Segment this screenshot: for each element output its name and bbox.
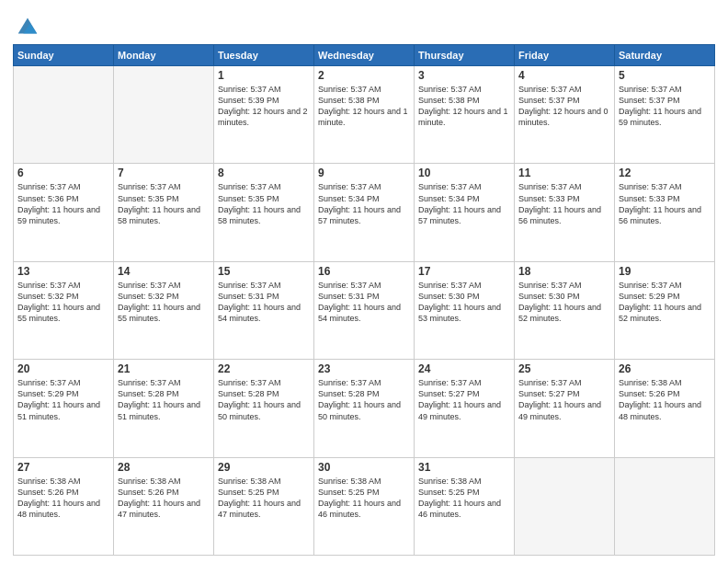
day-cell: 9Sunrise: 5:37 AMSunset: 5:34 PMDaylight… [314,164,415,261]
day-info: Sunrise: 5:37 AMSunset: 5:35 PMDaylight:… [118,181,210,226]
day-info: Sunrise: 5:37 AMSunset: 5:27 PMDaylight:… [518,377,610,422]
day-info: Sunrise: 5:37 AMSunset: 5:37 PMDaylight:… [619,84,711,129]
day-number: 26 [619,362,711,375]
day-info: Sunrise: 5:37 AMSunset: 5:27 PMDaylight:… [418,377,510,422]
day-info: Sunrise: 5:38 AMSunset: 5:25 PMDaylight:… [418,476,510,521]
day-cell: 27Sunrise: 5:38 AMSunset: 5:26 PMDayligh… [14,457,114,555]
day-info: Sunrise: 5:37 AMSunset: 5:32 PMDaylight:… [17,280,109,325]
day-info: Sunrise: 5:37 AMSunset: 5:28 PMDaylight:… [218,377,310,422]
day-number: 20 [17,362,109,375]
day-cell [14,66,114,164]
day-cell: 7Sunrise: 5:37 AMSunset: 5:35 PMDaylight… [114,164,214,261]
day-number: 19 [619,265,711,278]
day-number: 18 [518,265,610,278]
day-number: 6 [17,167,109,179]
day-cell [114,66,214,164]
day-cell: 24Sunrise: 5:37 AMSunset: 5:27 PMDayligh… [415,360,515,457]
day-info: Sunrise: 5:37 AMSunset: 5:29 PMDaylight:… [619,280,711,325]
day-info: Sunrise: 5:37 AMSunset: 5:36 PMDaylight:… [17,181,109,226]
day-cell: 16Sunrise: 5:37 AMSunset: 5:31 PMDayligh… [314,261,415,359]
day-cell: 21Sunrise: 5:37 AMSunset: 5:28 PMDayligh… [114,360,214,457]
day-info: Sunrise: 5:37 AMSunset: 5:31 PMDaylight:… [318,280,410,325]
day-cell: 19Sunrise: 5:37 AMSunset: 5:29 PMDayligh… [615,261,715,359]
page: SundayMondayTuesdayWednesdayThursdayFrid… [0,0,728,563]
day-cell: 20Sunrise: 5:37 AMSunset: 5:29 PMDayligh… [14,360,114,457]
week-row-4: 20Sunrise: 5:37 AMSunset: 5:29 PMDayligh… [14,360,715,457]
day-info: Sunrise: 5:37 AMSunset: 5:33 PMDaylight:… [518,181,610,226]
day-cell: 5Sunrise: 5:37 AMSunset: 5:37 PMDaylight… [615,66,715,164]
day-info: Sunrise: 5:37 AMSunset: 5:37 PMDaylight:… [518,84,610,129]
column-header-saturday: Saturday [615,45,715,66]
day-cell: 25Sunrise: 5:37 AMSunset: 5:27 PMDayligh… [515,360,615,457]
day-cell: 17Sunrise: 5:37 AMSunset: 5:30 PMDayligh… [415,261,515,359]
day-info: Sunrise: 5:37 AMSunset: 5:34 PMDaylight:… [318,181,410,226]
day-number: 28 [118,461,210,474]
day-cell: 26Sunrise: 5:38 AMSunset: 5:26 PMDayligh… [615,360,715,457]
column-header-thursday: Thursday [415,45,515,66]
day-number: 1 [218,69,310,82]
day-number: 11 [518,167,610,179]
column-header-sunday: Sunday [14,45,114,66]
day-info: Sunrise: 5:38 AMSunset: 5:26 PMDaylight:… [619,377,711,422]
day-number: 31 [418,461,510,474]
day-info: Sunrise: 5:37 AMSunset: 5:28 PMDaylight:… [318,377,410,422]
week-row-1: 1Sunrise: 5:37 AMSunset: 5:39 PMDaylight… [14,66,715,164]
day-info: Sunrise: 5:37 AMSunset: 5:33 PMDaylight:… [619,181,711,226]
day-number: 3 [418,69,510,82]
day-info: Sunrise: 5:37 AMSunset: 5:28 PMDaylight:… [118,377,210,422]
day-number: 16 [318,265,410,278]
day-info: Sunrise: 5:37 AMSunset: 5:31 PMDaylight:… [218,280,310,325]
week-row-2: 6Sunrise: 5:37 AMSunset: 5:36 PMDaylight… [14,164,715,261]
day-cell: 31Sunrise: 5:38 AMSunset: 5:25 PMDayligh… [415,457,515,555]
column-header-friday: Friday [515,45,615,66]
day-info: Sunrise: 5:37 AMSunset: 5:38 PMDaylight:… [318,84,410,129]
day-number: 15 [218,265,310,278]
day-number: 5 [619,69,711,82]
week-row-3: 13Sunrise: 5:37 AMSunset: 5:32 PMDayligh… [14,261,715,359]
column-header-tuesday: Tuesday [214,45,314,66]
day-number: 10 [418,167,510,179]
day-number: 13 [17,265,109,278]
day-cell: 6Sunrise: 5:37 AMSunset: 5:36 PMDaylight… [14,164,114,261]
day-cell: 1Sunrise: 5:37 AMSunset: 5:39 PMDaylight… [214,66,314,164]
day-cell: 10Sunrise: 5:37 AMSunset: 5:34 PMDayligh… [415,164,515,261]
day-cell: 23Sunrise: 5:37 AMSunset: 5:28 PMDayligh… [314,360,415,457]
day-info: Sunrise: 5:37 AMSunset: 5:29 PMDaylight:… [17,377,109,422]
column-header-wednesday: Wednesday [314,45,415,66]
day-number: 27 [17,461,109,474]
day-info: Sunrise: 5:37 AMSunset: 5:35 PMDaylight:… [218,181,310,226]
day-number: 8 [218,167,310,179]
day-cell: 22Sunrise: 5:37 AMSunset: 5:28 PMDayligh… [214,360,314,457]
day-cell: 12Sunrise: 5:37 AMSunset: 5:33 PMDayligh… [615,164,715,261]
day-number: 2 [318,69,410,82]
logo-icon [15,13,40,39]
day-number: 12 [619,167,711,179]
day-cell: 4Sunrise: 5:37 AMSunset: 5:37 PMDaylight… [515,66,615,164]
day-info: Sunrise: 5:38 AMSunset: 5:26 PMDaylight:… [118,476,210,521]
day-number: 22 [218,362,310,375]
day-cell [615,457,715,555]
day-cell [515,457,615,555]
day-number: 25 [518,362,610,375]
day-cell: 15Sunrise: 5:37 AMSunset: 5:31 PMDayligh… [214,261,314,359]
day-number: 17 [418,265,510,278]
day-info: Sunrise: 5:37 AMSunset: 5:32 PMDaylight:… [118,280,210,325]
day-info: Sunrise: 5:37 AMSunset: 5:38 PMDaylight:… [418,84,510,129]
calendar-table: SundayMondayTuesdayWednesdayThursdayFrid… [13,44,715,556]
day-number: 24 [418,362,510,375]
day-cell: 30Sunrise: 5:38 AMSunset: 5:25 PMDayligh… [314,457,415,555]
day-number: 14 [118,265,210,278]
day-cell: 11Sunrise: 5:37 AMSunset: 5:33 PMDayligh… [515,164,615,261]
day-cell: 13Sunrise: 5:37 AMSunset: 5:32 PMDayligh… [14,261,114,359]
day-info: Sunrise: 5:37 AMSunset: 5:34 PMDaylight:… [418,181,510,226]
day-info: Sunrise: 5:37 AMSunset: 5:39 PMDaylight:… [218,84,310,129]
column-header-monday: Monday [114,45,214,66]
day-info: Sunrise: 5:38 AMSunset: 5:26 PMDaylight:… [17,476,109,521]
day-cell: 14Sunrise: 5:37 AMSunset: 5:32 PMDayligh… [114,261,214,359]
day-number: 4 [518,69,610,82]
day-cell: 2Sunrise: 5:37 AMSunset: 5:38 PMDaylight… [314,66,415,164]
calendar-header-row: SundayMondayTuesdayWednesdayThursdayFrid… [14,45,715,66]
day-number: 23 [318,362,410,375]
day-number: 29 [218,461,310,474]
week-row-5: 27Sunrise: 5:38 AMSunset: 5:26 PMDayligh… [14,457,715,555]
